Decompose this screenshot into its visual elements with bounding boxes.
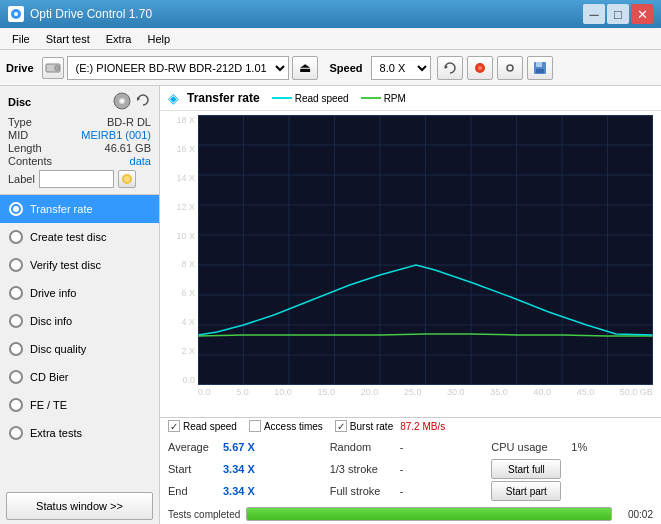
stat-start-val: 3.34 X (223, 463, 268, 475)
maximize-button[interactable]: □ (607, 4, 629, 24)
sidebar-item-disc-quality[interactable]: Disc quality (0, 335, 159, 363)
disc-type-value: BD-R DL (107, 116, 151, 128)
disc-refresh-icon[interactable] (135, 92, 151, 112)
x-label-10: 10.0 (274, 387, 292, 397)
y-label-12: 12 X (176, 202, 195, 212)
sidebar-item-label-disc-info: Disc info (30, 315, 72, 327)
menu-extra[interactable]: Extra (98, 31, 140, 47)
disc-length-value: 46.61 GB (105, 142, 151, 154)
progress-bar-container (246, 507, 612, 521)
x-label-5: 5.0 (236, 387, 249, 397)
start-part-button[interactable]: Start part (491, 481, 561, 501)
extra-tests-icon (8, 425, 24, 441)
app-title: Opti Drive Control 1.70 (30, 7, 583, 21)
sidebar-item-label-verify-test-disc: Verify test disc (30, 259, 101, 271)
x-label-15: 15.0 (318, 387, 336, 397)
sidebar-item-extra-tests[interactable]: Extra tests (0, 419, 159, 447)
stat-end-label: End (168, 485, 223, 497)
menu-file[interactable]: File (4, 31, 38, 47)
sidebar-item-transfer-rate[interactable]: Transfer rate (0, 195, 159, 223)
save-button[interactable] (527, 56, 553, 80)
sidebar-item-create-test-disc[interactable]: Create test disc (0, 223, 159, 251)
eject-button[interactable]: ⏏ (292, 56, 318, 80)
sidebar-item-cd-bier[interactable]: CD Bier (0, 363, 159, 391)
chart-legend: Read speed RPM (272, 93, 406, 104)
x-label-50: 50.0 GB (620, 387, 653, 397)
checkbox-burst-rate[interactable]: ✓ Burst rate 87.2 MB/s (335, 420, 445, 432)
checkboxes-row: ✓ Read speed Access times ✓ Burst rate 8… (160, 418, 661, 434)
sidebar: Disc Type BD-R DL MID MEIRB1 (001) (0, 86, 160, 524)
disc-icon (113, 92, 131, 112)
create-test-disc-icon (8, 229, 24, 245)
sidebar-item-fe-te[interactable]: FE / TE (0, 391, 159, 419)
stat-end: End 3.34 X (168, 485, 330, 497)
burn-button[interactable] (467, 56, 493, 80)
x-label-20: 20.0 (361, 387, 379, 397)
svg-point-7 (507, 65, 513, 71)
disc-length-label: Length (8, 142, 42, 154)
svg-point-1 (14, 12, 18, 16)
drive-icon (42, 57, 64, 79)
stat-start-full-cell: Start full (491, 459, 653, 479)
fe-te-icon (8, 397, 24, 413)
y-label-8: 8 X (181, 259, 195, 269)
status-window-button[interactable]: Status window >> (6, 492, 153, 520)
transfer-rate-icon (8, 201, 24, 217)
stat-random: Random - (330, 441, 492, 453)
y-label-10: 10 X (176, 231, 195, 241)
x-label-35: 35.0 (490, 387, 508, 397)
sidebar-item-drive-info[interactable]: Drive info (0, 279, 159, 307)
stat-start-part-cell: Start part (491, 481, 653, 501)
stat-random-val: - (400, 441, 440, 453)
minimize-button[interactable]: ─ (583, 4, 605, 24)
disc-contents-label: Contents (8, 155, 52, 167)
stats-row-end: End 3.34 X Full stroke - Start part (168, 480, 653, 502)
x-label-45: 45.0 (577, 387, 595, 397)
disc-label-button[interactable] (118, 170, 136, 188)
speed-selector[interactable]: 8.0 X (371, 56, 431, 80)
stat-average-val: 5.67 X (223, 441, 268, 453)
y-label-4: 4 X (181, 317, 195, 327)
legend-read-speed-color (272, 97, 292, 99)
y-axis: 18 X 16 X 14 X 12 X 10 X 8 X 6 X 4 X 2 X… (168, 115, 198, 385)
stats-area: Average 5.67 X Random - CPU usage 1% Sta… (160, 434, 661, 504)
y-label-6: 6 X (181, 288, 195, 298)
disc-mid-label: MID (8, 129, 28, 141)
toolbar: Drive (E:) PIONEER BD-RW BDR-212D 1.01 ⏏… (0, 50, 661, 86)
nav-menu: Transfer rate Create test disc Verify te… (0, 195, 159, 488)
svg-rect-10 (536, 69, 544, 73)
cb-burst-rate-label: Burst rate (350, 421, 393, 432)
sidebar-item-label-cd-bier: CD Bier (30, 371, 69, 383)
menu-starttest[interactable]: Start test (38, 31, 98, 47)
drive-selector[interactable]: (E:) PIONEER BD-RW BDR-212D 1.01 (67, 56, 289, 80)
refresh-button[interactable] (437, 56, 463, 80)
stat-average-label: Average (168, 441, 223, 453)
checkbox-access-times[interactable]: Access times (249, 420, 323, 432)
stat-1-3-stroke-val: - (400, 463, 440, 475)
stat-cpu: CPU usage 1% (491, 441, 653, 453)
cb-read-speed: ✓ (168, 420, 180, 432)
start-full-button[interactable]: Start full (491, 459, 561, 479)
progress-bar-fill (247, 508, 611, 520)
disc-label-input[interactable] (39, 170, 114, 188)
x-label-25: 25.0 (404, 387, 422, 397)
stat-cpu-label: CPU usage (491, 441, 571, 453)
settings-button[interactable] (497, 56, 523, 80)
close-button[interactable]: ✕ (631, 4, 653, 24)
svg-marker-4 (445, 65, 448, 69)
stat-start-label: Start (168, 463, 223, 475)
disc-quality-icon (8, 341, 24, 357)
y-label-2: 2 X (181, 346, 195, 356)
sidebar-item-disc-info[interactable]: Disc info (0, 307, 159, 335)
disc-panel-title: Disc (8, 96, 31, 108)
stat-full-stroke-val: - (400, 485, 440, 497)
menu-help[interactable]: Help (139, 31, 178, 47)
disc-type-label: Type (8, 116, 32, 128)
checkbox-read-speed[interactable]: ✓ Read speed (168, 420, 237, 432)
x-axis: 0.0 5.0 10.0 15.0 20.0 25.0 30.0 35.0 40… (198, 385, 653, 405)
sidebar-item-verify-test-disc[interactable]: Verify test disc (0, 251, 159, 279)
sidebar-item-label-drive-info: Drive info (30, 287, 76, 299)
chart-icon: ◈ (168, 90, 179, 106)
sidebar-item-label-extra-tests: Extra tests (30, 427, 82, 439)
stat-average: Average 5.67 X (168, 441, 330, 453)
